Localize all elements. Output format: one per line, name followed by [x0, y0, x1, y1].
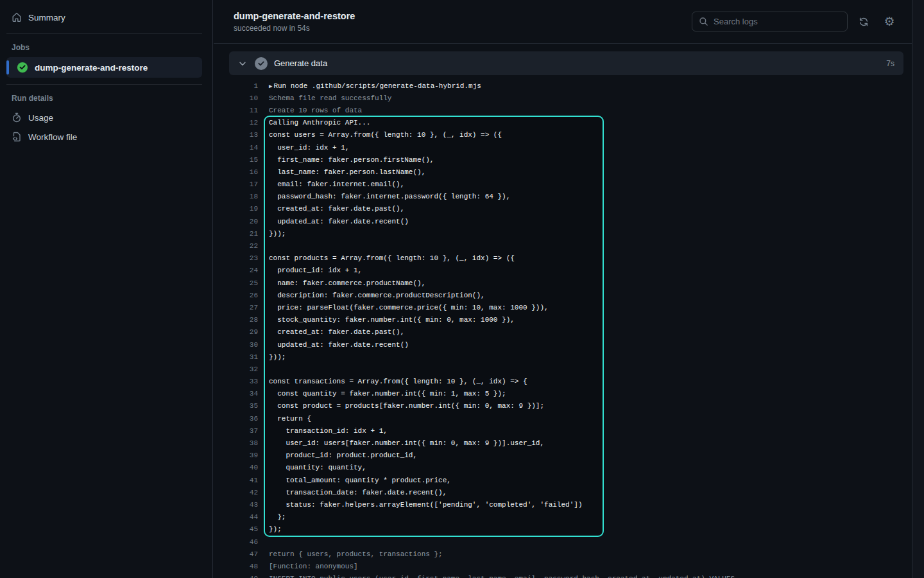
- log-line-text: product_id: idx + 1,: [269, 267, 362, 274]
- log-line-number[interactable]: 47: [229, 550, 258, 558]
- search-logs-box[interactable]: [692, 12, 848, 31]
- log-line-number[interactable]: 22: [229, 242, 258, 250]
- log-line: 26 description: faker.commerce.productDe…: [229, 289, 924, 301]
- log-line-number[interactable]: 39: [229, 451, 258, 459]
- log-line-number[interactable]: 41: [229, 477, 258, 484]
- log-line-text: password_hash: faker.internet.password({…: [269, 193, 510, 200]
- log-line-number[interactable]: 45: [229, 525, 258, 533]
- log-line-number[interactable]: 32: [229, 365, 258, 373]
- log-line-number[interactable]: 20: [229, 218, 258, 225]
- log-line-text: quantity: quantity,: [269, 464, 366, 471]
- step-header-generate-data[interactable]: Generate data 7s: [229, 51, 903, 75]
- log-line-number[interactable]: 37: [229, 427, 258, 435]
- log-line-number[interactable]: 27: [229, 304, 258, 311]
- log-line-number[interactable]: 26: [229, 292, 258, 299]
- sidebar-item-workflow-file[interactable]: Workflow file: [6, 127, 202, 146]
- sidebar-item-summary[interactable]: Summary: [6, 8, 202, 27]
- log-line-number[interactable]: 19: [229, 205, 258, 213]
- log-line-text: };: [269, 513, 286, 521]
- job-name-label: dump-generate-and-restore: [35, 63, 148, 73]
- refresh-logs-button[interactable]: [854, 12, 873, 31]
- log-line: 43 status: faker.helpers.arrayElement(['…: [229, 498, 924, 511]
- log-line-text: [Function: anonymous]: [269, 563, 358, 570]
- sidebar-item-label: Summary: [28, 13, 65, 22]
- log-line-number[interactable]: 42: [229, 489, 258, 496]
- log-line: 1▶Run node .github/scripts/generate-data…: [229, 80, 924, 92]
- log-line: 14 user_id: idx + 1,: [229, 141, 924, 153]
- log-line: 10Schema file read successfully: [229, 92, 924, 104]
- log-line-text: name: faker.commerce.productName(),: [269, 279, 425, 287]
- log-line: 47return { users, products, transactions…: [229, 548, 924, 560]
- log-line-number[interactable]: 30: [229, 341, 258, 349]
- log-line-number[interactable]: 29: [229, 328, 258, 336]
- log-line-number[interactable]: 33: [229, 378, 258, 385]
- log-line-text: Schema file read successfully: [269, 94, 391, 102]
- log-line-number[interactable]: 23: [229, 254, 258, 262]
- log-line-number[interactable]: 21: [229, 230, 258, 238]
- log-line: 25 name: faker.commerce.productName(),: [229, 277, 924, 289]
- log-line-number[interactable]: 35: [229, 402, 258, 410]
- step-success-check-icon: [255, 57, 268, 70]
- log-line-number[interactable]: 13: [229, 131, 258, 139]
- file-code-icon: [12, 132, 22, 142]
- log-line-number[interactable]: 15: [229, 156, 258, 164]
- log-line-number[interactable]: 44: [229, 513, 258, 521]
- sidebar-item-usage[interactable]: Usage: [6, 108, 202, 127]
- log-line: 42 transaction_date: faker.date.recent()…: [229, 486, 924, 498]
- log-line-number[interactable]: 28: [229, 316, 258, 324]
- log-line-text: stock_quantity: faker.number.int({ min: …: [269, 316, 515, 324]
- log-line-number[interactable]: 12: [229, 119, 258, 127]
- search-logs-input[interactable]: [714, 17, 841, 26]
- log-line-number[interactable]: 16: [229, 168, 258, 176]
- log-line-number[interactable]: 18: [229, 193, 258, 200]
- log-line-text: created_at: faker.date.past(),: [269, 328, 404, 336]
- log-line: 16 last_name: faker.person.lastName(),: [229, 166, 924, 178]
- step-name-label: Generate data: [274, 58, 327, 68]
- log-line-text: const users = Array.from({ length: 10 },…: [269, 131, 502, 139]
- chevron-down-icon[interactable]: [238, 59, 247, 68]
- log-line: 31}));: [229, 351, 924, 363]
- active-job-indicator: [6, 60, 9, 74]
- log-settings-button[interactable]: ⚙: [880, 12, 899, 31]
- log-line-text: transaction_date: faker.date.recent(),: [269, 489, 447, 496]
- log-line: 46: [229, 536, 924, 548]
- log-line: 35 const product = products[faker.number…: [229, 400, 924, 412]
- log-line-text: return {: [269, 415, 311, 423]
- log-line: 45});: [229, 523, 924, 536]
- log-line-number[interactable]: 43: [229, 501, 258, 509]
- log-line-text: const products = Array.from({ length: 10…: [269, 254, 515, 262]
- log-line-number[interactable]: 48: [229, 563, 258, 570]
- step-duration-label: 7s: [886, 59, 894, 68]
- sidebar-item-label: Workflow file: [28, 132, 77, 142]
- log-line-number[interactable]: 25: [229, 279, 258, 287]
- sidebar-item-job[interactable]: dump-generate-and-restore: [6, 57, 202, 78]
- log-line: 40 quantity: quantity,: [229, 462, 924, 474]
- log-line-number[interactable]: 31: [229, 353, 258, 361]
- log-line: 49INSERT INTO public.users (user_id, fir…: [229, 573, 924, 578]
- log-line-number[interactable]: 49: [229, 575, 258, 578]
- log-line: 37 transaction_id: idx + 1,: [229, 425, 924, 437]
- log-line-text: description: faker.commerce.productDescr…: [269, 292, 485, 299]
- log-line-number[interactable]: 10: [229, 94, 258, 102]
- log-line-text: updated_at: faker.date.recent(): [269, 341, 409, 349]
- run-status-text: succeeded now in 54s: [234, 24, 355, 33]
- home-icon: [12, 12, 22, 22]
- log-line-number[interactable]: 46: [229, 538, 258, 546]
- log-line-text: user_id: users[faker.number.int({ min: 0…: [269, 439, 544, 447]
- log-line-number[interactable]: 24: [229, 267, 258, 274]
- log-line: 36 return {: [229, 412, 924, 425]
- log-line: 20 updated_at: faker.date.recent(): [229, 215, 924, 227]
- log-line: 13const users = Array.from({ length: 10 …: [229, 129, 924, 141]
- log-line-number[interactable]: 38: [229, 439, 258, 447]
- log-line-number[interactable]: 14: [229, 144, 258, 152]
- log-line: 32: [229, 363, 924, 375]
- log-line-number[interactable]: 40: [229, 464, 258, 471]
- expand-command-icon[interactable]: ▶: [269, 83, 272, 90]
- log-rows: 1▶Run node .github/scripts/generate-data…: [229, 80, 924, 578]
- log-line-number[interactable]: 1: [229, 82, 258, 90]
- log-line-number[interactable]: 36: [229, 415, 258, 423]
- log-line: 12Calling Anthropic API...: [229, 117, 924, 129]
- log-line-number[interactable]: 11: [229, 107, 258, 114]
- log-line-number[interactable]: 34: [229, 390, 258, 398]
- log-line-number[interactable]: 17: [229, 180, 258, 188]
